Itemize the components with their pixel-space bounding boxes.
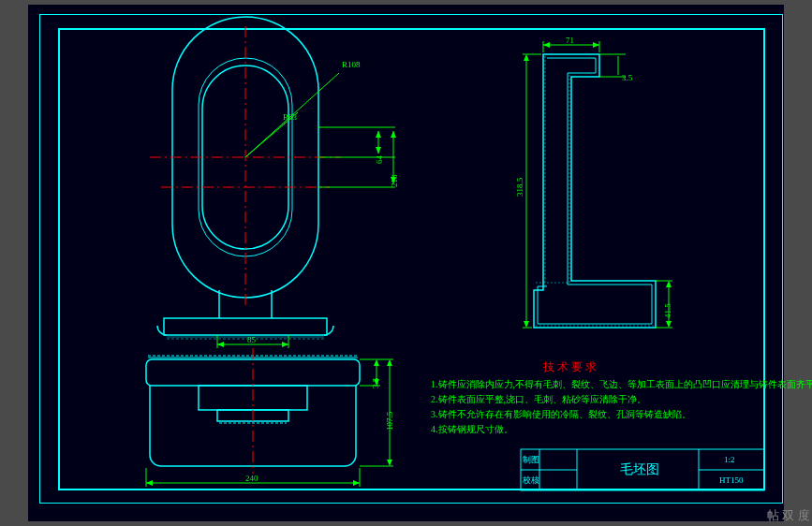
tech-req-1: 1.铸件应消除内应力,不得有毛刺、裂纹、飞边、等加工表面上的凸凹口应清理与铸件表…: [431, 379, 812, 389]
svg-marker-34: [146, 480, 153, 486]
dim-218: 218: [390, 174, 399, 187]
svg-marker-16: [376, 147, 381, 153]
svg-rect-2: [164, 318, 327, 335]
svg-marker-41: [374, 359, 379, 366]
titleblock-made-by: 制图: [523, 455, 539, 464]
titleblock-material: HT150: [719, 475, 744, 485]
dim-side-3185: 318.5: [515, 177, 524, 197]
dim-64-218: [318, 127, 396, 187]
svg-marker-30: [282, 342, 288, 347]
front-view: [150, 17, 341, 339]
dim-side-71: 71: [566, 36, 574, 45]
dim-107-5: 107.5: [385, 411, 394, 431]
dim-side-415: 41.5: [663, 303, 672, 318]
tech-req-title: 技 术 要 求: [542, 360, 597, 373]
svg-marker-15: [376, 131, 381, 138]
dim-side-35: 3.5: [622, 73, 633, 82]
svg-marker-53: [593, 42, 599, 48]
svg-marker-66: [666, 321, 672, 328]
cad-drawing: R108 R63 64 218 85: [0, 0, 812, 526]
tech-req-3: 3.铸件不允许存在有影响使用的冷隔、裂纹、孔洞等铸造缺陷。: [431, 409, 691, 419]
svg-marker-60: [524, 54, 529, 61]
titleblock-check-by: 校核: [522, 475, 539, 485]
titleblock-title: 毛坯图: [620, 462, 659, 476]
dim-3-5: 3.5: [371, 377, 380, 388]
svg-marker-35: [353, 480, 360, 486]
dim-64: 64: [375, 155, 384, 165]
svg-marker-61: [524, 321, 529, 328]
bottom-view: [146, 348, 360, 474]
watermark: 帖 双 度: [767, 507, 810, 524]
svg-marker-29: [217, 342, 224, 347]
tech-req-2: 2.铸件表面应平整,浇口、毛刺、粘砂等应清除干净。: [431, 394, 646, 404]
svg-marker-44: [387, 460, 392, 466]
svg-marker-65: [666, 281, 672, 287]
dim-r63: R63: [283, 112, 298, 122]
dim-85: 85: [247, 335, 257, 344]
dim-240: 240: [245, 474, 258, 483]
tech-req-4: 4.按铸钢规尺寸做。: [431, 424, 513, 434]
titleblock-scale: 1:2: [724, 455, 735, 464]
svg-marker-43: [387, 359, 392, 366]
dim-r108: R108: [342, 60, 361, 69]
svg-marker-52: [543, 42, 550, 48]
side-view: [534, 54, 656, 328]
svg-marker-17: [391, 131, 396, 138]
